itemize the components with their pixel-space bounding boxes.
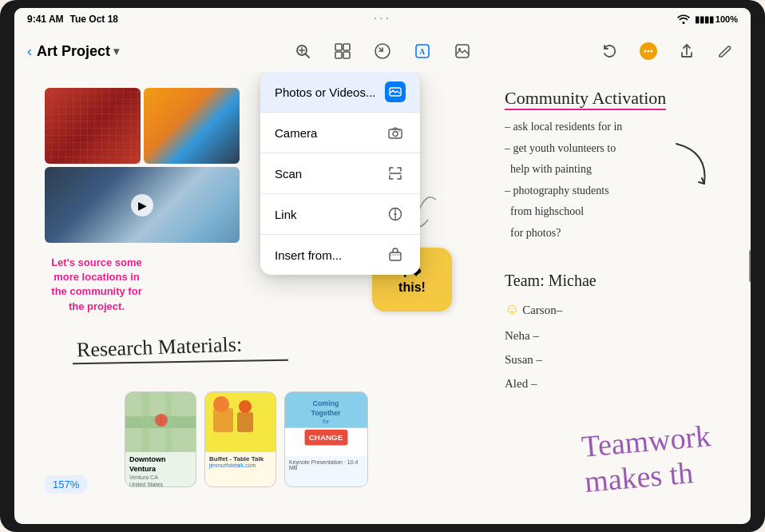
status-left: 9:41 AM Tue Oct 18 (27, 14, 118, 25)
photo-grid: ▶ (45, 88, 268, 243)
team-members-list: ☺ Carson– Neha – Susan – Aled – (505, 295, 728, 395)
svg-text:Coming: Coming (313, 399, 339, 407)
community-underline (505, 109, 666, 110)
svg-rect-19 (141, 392, 149, 452)
menu-item-insert-from[interactable]: Insert from... (260, 235, 420, 275)
photo-building-corner (144, 88, 240, 164)
svg-point-42 (394, 213, 397, 216)
map-card-info: Downtown Ventura Ventura CAUnited States… (125, 452, 196, 487)
svg-rect-4 (335, 44, 342, 50)
share-button[interactable] (674, 38, 700, 64)
svg-point-16 (651, 50, 653, 53)
right-handwriting: Community Activation – ask local residen… (505, 88, 728, 244)
svg-point-38 (393, 132, 398, 137)
svg-point-25 (213, 396, 229, 412)
svg-point-26 (239, 400, 252, 413)
menu-item-camera[interactable]: Camera (260, 113, 420, 153)
wifi-icon (677, 14, 690, 24)
team-member-2: Neha – (505, 324, 728, 347)
play-button[interactable]: ▶ (131, 194, 153, 216)
team-member-4: Aled – (505, 371, 728, 395)
map-card-image (125, 392, 196, 452)
svg-point-14 (644, 50, 647, 53)
photo-area: ▶ (45, 88, 268, 248)
image-tool-button[interactable] (450, 38, 475, 64)
svg-rect-5 (343, 44, 350, 50)
svg-text:A: A (419, 47, 426, 56)
search-tool-button[interactable] (290, 38, 315, 64)
teamwork-text: Teamworkmakes th (581, 418, 715, 499)
back-button[interactable]: ‹ (27, 43, 32, 60)
undo-button[interactable] (597, 38, 623, 64)
svg-point-39 (398, 130, 400, 132)
status-time: 9:41 AM (27, 14, 64, 25)
team-member-3: Susan – (505, 347, 728, 371)
team-section: Team: Michae ☺ Carson– Neha – Susan – Al… (505, 272, 728, 395)
ipad-frame: ··· 9:41 AM Tue Oct 18 ▮▮▮▮ 100% (0, 0, 765, 532)
svg-line-1 (306, 54, 310, 58)
photo-brick-wall (45, 88, 141, 164)
attachment-tool-button[interactable] (370, 38, 395, 64)
insert-from-icon (385, 244, 406, 265)
svg-rect-45 (390, 252, 401, 260)
buffet-card[interactable]: Buffet - Table Talk jimmurfoletalk.com (204, 391, 276, 487)
screen: ··· 9:41 AM Tue Oct 18 ▮▮▮▮ 100% (14, 8, 751, 524)
more-button[interactable] (636, 38, 661, 64)
format-tool-button[interactable]: A (410, 38, 435, 64)
svg-rect-24 (237, 412, 253, 432)
menu-item-label-camera: Camera (275, 126, 317, 140)
menu-item-link[interactable]: Link (260, 194, 420, 235)
svg-rect-6 (335, 52, 342, 58)
community-title-wrapper: Community Activation (505, 88, 666, 109)
camera-icon (385, 122, 406, 143)
link-icon (385, 204, 406, 224)
svg-point-15 (648, 50, 650, 53)
nav-bar: ‹ Art Project ▾ (14, 30, 751, 72)
battery-icon: ▮▮▮▮ 100% (695, 14, 738, 25)
svg-rect-7 (343, 52, 350, 58)
three-dots-handle: ··· (374, 11, 391, 26)
content-area: ▶ Let's source some more locations in th… (29, 72, 736, 510)
scan-icon (385, 163, 406, 184)
community-activation-title: Community Activation (505, 88, 666, 108)
team-member-1: ☺ Carson– (505, 295, 728, 324)
nav-left: ‹ Art Project ▾ (27, 43, 119, 60)
buffet-card-info: Buffet - Table Talk jimmurfoletalk.com (205, 452, 275, 471)
photos-videos-icon (385, 81, 406, 102)
menu-item-scan[interactable]: Scan (260, 153, 420, 194)
svg-text:CHANGE: CHANGE (309, 433, 343, 442)
svg-point-12 (458, 48, 461, 50)
keynote-card-image: Coming Together for CHANGE (285, 392, 367, 456)
menu-item-label-link: Link (275, 208, 297, 221)
side-button[interactable] (749, 250, 751, 282)
zoom-level: 157% (45, 475, 87, 494)
arrow-decoration (668, 136, 716, 200)
menu-item-label-insert: Insert from... (275, 248, 342, 262)
menu-item-label-photos: Photos or Videos... (275, 85, 375, 99)
speech-bubble-line2: this! (398, 280, 426, 295)
svg-text:for: for (323, 419, 330, 424)
dropdown-arrow[interactable]: ▾ (113, 45, 119, 58)
menu-item-photos-videos[interactable]: Photos or Videos... (260, 72, 420, 113)
nav-center-tools: A (290, 38, 475, 64)
team-label: Team: Michae (505, 272, 728, 290)
map-card[interactable]: Downtown Ventura Ventura CAUnited States… (125, 391, 196, 487)
research-materials-text: Research Materials: (77, 332, 243, 362)
edit-button[interactable] (712, 38, 738, 64)
svg-rect-11 (456, 45, 469, 58)
svg-text:Together: Together (311, 409, 341, 417)
status-right: ▮▮▮▮ 100% (677, 14, 738, 25)
photo-street-video: ▶ (45, 167, 240, 243)
grid-tool-button[interactable] (330, 38, 355, 64)
pink-text: Let's source some more locations in the … (45, 256, 149, 314)
nav-title: Art Project ▾ (37, 43, 119, 60)
keynote-card[interactable]: Coming Together for CHANGE Keynote Prese… (284, 391, 368, 487)
bottom-cards: Downtown Ventura Ventura CAUnited States… (125, 391, 368, 487)
status-date: Tue Oct 18 (70, 14, 118, 25)
buffet-card-image (205, 392, 275, 452)
nav-right (597, 38, 738, 64)
svg-point-36 (392, 90, 394, 92)
keynote-card-info: Keynote Presentation · 10.4 MB (285, 456, 367, 474)
menu-item-label-scan: Scan (275, 167, 302, 181)
dropdown-menu: Photos or Videos... Camera (260, 72, 420, 275)
